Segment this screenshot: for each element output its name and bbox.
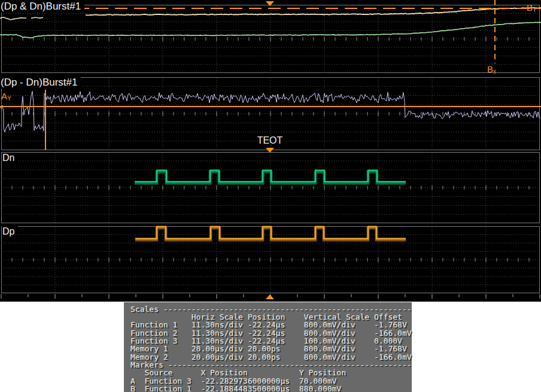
trace-label-dp-and-dn-burst: (Dp & Dn)Burst#1: [0, 1, 84, 13]
trace-label-dp: Dp: [2, 226, 18, 238]
marker-bx-vertical-line[interactable]: [494, 0, 496, 63]
teot-annotation: TEOT: [257, 135, 283, 146]
marker-y-position: 880.000mV: [299, 384, 341, 392]
trigger-position-marker-icon[interactable]: [266, 294, 274, 299]
marker-id: B: [130, 384, 135, 392]
trace-dp: [135, 227, 406, 239]
marker-x-position: -22.1884483500000µs: [200, 384, 290, 392]
trace-dp-and-dn-upper: [31, 17, 43, 18]
markers-title: Markers --------------------------------…: [130, 360, 412, 369]
marker-ay-label[interactable]: AY: [1, 91, 11, 102]
trace-dn: [135, 171, 406, 183]
waveform-display-area: (Dp & Dn)Burst#1 (Dp - Dn)Burst#1 Dn Dp …: [0, 0, 541, 302]
marker-source: Function 1: [144, 384, 191, 392]
timebase-reference-marker-icon[interactable]: [266, 1, 274, 6]
marker-bx-label[interactable]: Bx: [487, 64, 496, 75]
marker-a-vertical-line[interactable]: [45, 90, 46, 150]
trace-label-dp-minus-dn-burst: (Dp - Dn)Burst#1: [0, 77, 81, 89]
measurements-panel: Scales ---------------------------------…: [124, 302, 412, 392]
teot-marker-icon[interactable]: [266, 148, 274, 153]
marker-ay-horizontal-line[interactable]: [0, 106, 541, 107]
oscilloscope-screen: (Dp & Dn)Burst#1 (Dp - Dn)Burst#1 Dn Dp …: [0, 0, 541, 392]
trace-label-dn: Dn: [2, 153, 18, 164]
marker-by-label[interactable]: BY: [527, 2, 537, 13]
trace-dp-and-dn-upper: [0, 17, 26, 20]
